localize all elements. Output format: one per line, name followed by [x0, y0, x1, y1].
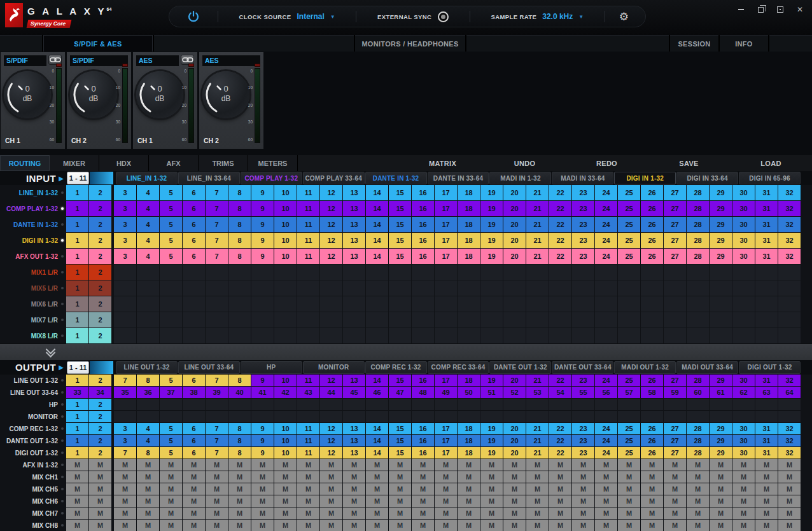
matrix-cell[interactable]: M	[526, 459, 549, 471]
matrix-cell[interactable]: 5	[160, 233, 182, 248]
matrix-cell[interactable]: 4	[137, 423, 159, 434]
matrix-cell[interactable]: M	[274, 471, 297, 483]
matrix-cell[interactable]: 25	[618, 249, 640, 264]
matrix-cell[interactable]: M	[664, 459, 686, 471]
matrix-cell[interactable]: 9	[251, 423, 274, 434]
input-source-button[interactable]: MADI IN 1-32	[489, 172, 551, 184]
matrix-cell[interactable]: 14	[366, 201, 388, 216]
matrix-cell[interactable]: 30	[732, 217, 755, 232]
channel-label[interactable]: S/PDIF	[70, 55, 128, 66]
matrix-cell[interactable]: M	[320, 471, 342, 483]
matrix-cell[interactable]: M	[412, 520, 434, 531]
matrix-cell[interactable]: M	[274, 459, 297, 471]
matrix-cell[interactable]: M	[343, 459, 365, 471]
matrix-cell[interactable]: 31	[755, 233, 778, 248]
matrix-cell[interactable]: 18	[458, 217, 480, 232]
matrix-cell[interactable]: 1	[66, 233, 88, 248]
matrix-cell[interactable]: 4	[137, 201, 159, 216]
matrix-cell[interactable]: 17	[435, 423, 457, 434]
matrix-cell[interactable]: 19	[480, 233, 503, 248]
matrix-cell[interactable]: 2	[89, 399, 111, 410]
matrix-cell[interactable]: 32	[778, 447, 801, 459]
panel-tab-afx[interactable]: AFX	[149, 155, 199, 171]
matrix-cell[interactable]: 10	[274, 423, 297, 434]
matrix-cell[interactable]: M	[572, 471, 594, 483]
matrix-cell[interactable]: 19	[480, 201, 503, 216]
matrix-cell[interactable]: M	[732, 483, 755, 495]
matrix-cell[interactable]: M	[66, 459, 88, 471]
matrix-cell[interactable]: M	[320, 483, 342, 495]
matrix-cell[interactable]: 13	[343, 185, 365, 200]
matrix-cell[interactable]: 19	[480, 447, 503, 459]
minimize-button[interactable]	[736, 5, 745, 14]
matrix-cell[interactable]: M	[160, 459, 182, 471]
matrix-cell[interactable]: M	[549, 483, 571, 495]
matrix-cell[interactable]: M	[251, 459, 274, 471]
matrix-cell[interactable]: 15	[389, 233, 411, 248]
matrix-cell[interactable]: 3	[114, 435, 136, 446]
matrix-cell[interactable]: M	[412, 459, 434, 471]
matrix-cell[interactable]: M	[549, 507, 571, 519]
matrix-cell[interactable]: M	[228, 520, 251, 531]
matrix-cell[interactable]: M	[480, 459, 503, 471]
matrix-cell[interactable]: M	[503, 483, 526, 495]
panel-tab-mixer[interactable]: MIXER	[50, 155, 99, 171]
matrix-cell[interactable]: 10	[274, 201, 297, 216]
input-source-button[interactable]: DIGI IN 1-32	[614, 172, 676, 184]
matrix-cell[interactable]: 6	[183, 217, 205, 232]
matrix-cell[interactable]: 25	[618, 423, 640, 434]
matrix-cell[interactable]: 51	[480, 387, 503, 398]
matrix-cell[interactable]: 24	[595, 375, 617, 386]
matrix-cell[interactable]: M	[549, 495, 571, 507]
matrix-cell[interactable]: 2	[89, 296, 111, 312]
matrix-cell[interactable]: 9	[251, 435, 274, 446]
matrix-cell[interactable]: M	[526, 507, 549, 519]
input-source-button[interactable]: MADI IN 33-64	[552, 172, 613, 184]
matrix-cell[interactable]: M	[458, 459, 480, 471]
matrix-cell[interactable]: 30	[732, 447, 755, 459]
matrix-cell[interactable]: 18	[458, 249, 480, 264]
matrix-cell[interactable]: 3	[114, 201, 136, 216]
matrix-cell[interactable]: 21	[526, 201, 549, 216]
matrix-cell[interactable]: 10	[274, 375, 297, 386]
matrix-cell[interactable]: 29	[710, 423, 732, 434]
matrix-cell[interactable]: 43	[297, 387, 319, 398]
matrix-cell[interactable]: M	[435, 459, 457, 471]
matrix-cell[interactable]: 30	[732, 375, 755, 386]
matrix-cell[interactable]: M	[480, 520, 503, 531]
matrix-cell[interactable]: M	[114, 483, 136, 495]
matrix-cell[interactable]: 9	[251, 217, 274, 232]
matrix-cell[interactable]: M	[343, 483, 365, 495]
matrix-cell[interactable]: 29	[710, 375, 732, 386]
matrix-cell[interactable]: 13	[343, 217, 365, 232]
output-source-button[interactable]: MADI OUT 33-64	[676, 361, 738, 374]
output-page-indicator[interactable]: 1 - 11	[67, 361, 89, 374]
matrix-cell[interactable]: 1	[66, 201, 88, 216]
tab-monitors-headphones[interactable]: MONITORS / HEADPHONES	[355, 35, 465, 52]
matrix-cell[interactable]: 9	[251, 375, 274, 386]
matrix-cell[interactable]: M	[778, 520, 801, 531]
matrix-cell[interactable]: M	[687, 495, 709, 507]
matrix-cell[interactable]: 32	[778, 233, 801, 248]
tab-info[interactable]: INFO	[720, 35, 768, 52]
matrix-cell[interactable]: M	[458, 495, 480, 507]
matrix-cell[interactable]: 11	[297, 217, 319, 232]
matrix-cell[interactable]: 8	[228, 435, 251, 446]
matrix-cell[interactable]: M	[503, 495, 526, 507]
matrix-cell[interactable]: 17	[435, 233, 457, 248]
output-source-button[interactable]: HP	[241, 361, 302, 374]
matrix-cell[interactable]: 11	[297, 435, 319, 446]
matrix-cell[interactable]: M	[732, 459, 755, 471]
matrix-cell[interactable]: 57	[618, 387, 640, 398]
matrix-cell[interactable]: 48	[412, 387, 434, 398]
matrix-cell[interactable]: 7	[206, 435, 228, 446]
matrix-cell[interactable]: 9	[251, 447, 274, 459]
gain-knob[interactable]: 0dB	[70, 71, 117, 118]
matrix-cell[interactable]: 22	[549, 447, 571, 459]
matrix-cell[interactable]: 11	[297, 201, 319, 216]
matrix-cell[interactable]: 23	[572, 375, 594, 386]
matrix-cell[interactable]: M	[206, 483, 228, 495]
matrix-cell[interactable]: 38	[183, 387, 205, 398]
matrix-cell[interactable]: 11	[297, 423, 319, 434]
matrix-cell[interactable]: M	[274, 507, 297, 519]
